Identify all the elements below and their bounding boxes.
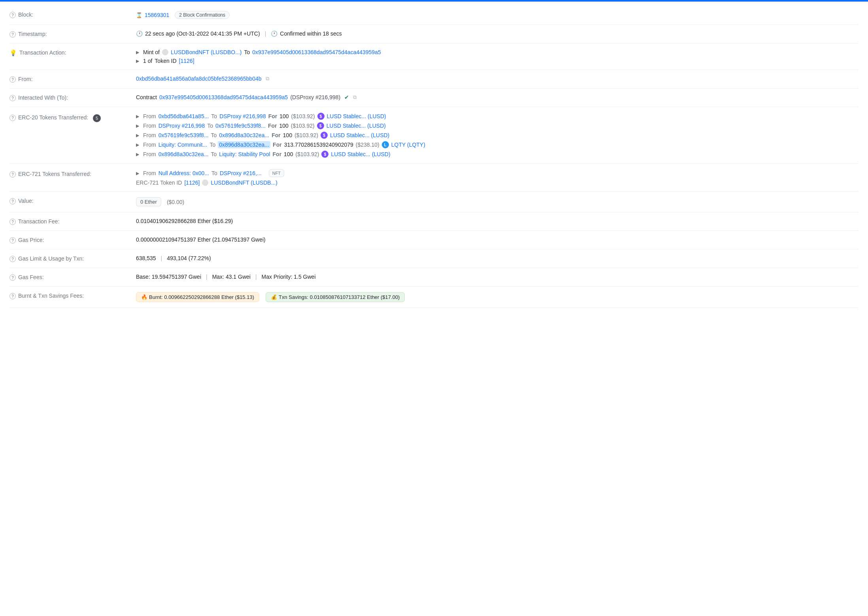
- txn-action-mint: Mint of: [143, 49, 160, 55]
- from-label-t1: From: [143, 113, 156, 119]
- from-help-icon[interactable]: ?: [9, 76, 16, 83]
- from-copy-icon[interactable]: ⧉: [266, 76, 269, 82]
- amount-t2: 100: [279, 123, 288, 129]
- block-number-link[interactable]: 15869301: [145, 12, 169, 18]
- gas-price-label: Gas Price:: [18, 237, 44, 243]
- erc721-value-col: ▶ From Null Address: 0x00... To DSProxy …: [136, 169, 859, 186]
- token-icon-wrapper: [162, 49, 168, 55]
- token-t1[interactable]: LUSD Stablec... (LUSD): [327, 113, 386, 119]
- gas-limit-row: ? Gas Limit & Usage by Txn: 638,535 | 49…: [9, 249, 859, 268]
- interacted-copy-icon[interactable]: ⧉: [353, 94, 357, 100]
- erc721-token-id[interactable]: [1126]: [184, 180, 200, 186]
- txn-action-to: To: [244, 49, 250, 55]
- from-addr-t3[interactable]: 0x57619fe9c539f8...: [159, 132, 209, 138]
- value-label-col: ? Value:: [9, 197, 136, 204]
- clock-icon: 🕐: [136, 30, 143, 37]
- burnt-label-col: ? Burnt & Txn Savings Fees:: [9, 292, 136, 299]
- gas-price-help-icon[interactable]: ?: [9, 237, 16, 244]
- to-label-t1: To: [211, 113, 217, 119]
- savings-value: Txn Savings: 0.010850876107133712 Ether …: [279, 294, 400, 300]
- to-addr-t1[interactable]: DSProxy #216,998: [219, 113, 266, 119]
- gas-fees-label-col: ? Gas Fees:: [9, 274, 136, 281]
- erc20-transfer-4: ▶ From Liquity: Communit... To 0x896d8a3…: [136, 141, 859, 148]
- arrow-t2: ▶: [136, 123, 139, 128]
- token-t4[interactable]: LQTY (LQTY): [391, 142, 425, 148]
- erc721-token-link[interactable]: LUSDBondNFT (LUSDB...): [211, 180, 277, 186]
- from-addr-t5[interactable]: 0x896d8a30c32ea...: [159, 151, 209, 157]
- for-label-t4: For: [273, 142, 282, 148]
- interacted-help-icon[interactable]: ?: [9, 95, 16, 101]
- txn-fee-value: 0.010401906292866288 Ether ($16.29): [136, 218, 859, 224]
- usd-t2: ($103.92): [291, 123, 315, 129]
- block-help-icon[interactable]: ?: [9, 12, 16, 18]
- from-label-t4: From: [143, 142, 156, 148]
- value-row: ? Value: 0 Ether ($0.00): [9, 192, 859, 212]
- to-label-t5: To: [211, 151, 217, 157]
- amount-t3: 100: [283, 132, 292, 138]
- nft-badge: NFT: [269, 169, 284, 177]
- lusd-icon-t3: $: [321, 132, 328, 139]
- usd-t4: ($238.10): [356, 142, 379, 148]
- burnt-badge: 🔥 Burnt: 0.009662250292866288 Ether ($15…: [136, 292, 259, 302]
- txn-action-token-link[interactable]: LUSDBondNFT (LUSDBO...): [171, 49, 242, 55]
- lightning-icon: 💡: [9, 49, 17, 57]
- burnt-value-col: 🔥 Burnt: 0.009662250292866288 Ether ($15…: [136, 292, 859, 302]
- erc20-row: ? ERC-20 Tokens Transferred: 5 ▶ From 0x…: [9, 107, 859, 164]
- ether-value-badge: 0 Ether: [136, 197, 161, 206]
- token-t3[interactable]: LUSD Stablec... (LUSD): [330, 132, 389, 138]
- gas-fees-sep1: |: [206, 274, 208, 280]
- usd-t1: ($103.92): [291, 113, 315, 119]
- arrow-t4: ▶: [136, 142, 139, 147]
- erc721-label: ERC-721 Tokens Transferred:: [18, 171, 91, 177]
- txn-action-to-addr-link[interactable]: 0x937e995405d00613368dad95475d4aca443959…: [252, 49, 381, 55]
- block-label-col: ? Block:: [9, 11, 136, 18]
- gas-limit-help-icon[interactable]: ?: [9, 256, 16, 262]
- fire-icon: 🔥: [141, 294, 147, 300]
- erc20-label: ERC-20 Tokens Transferred:: [18, 114, 88, 121]
- token-t2[interactable]: LUSD Stablec... (LUSD): [326, 123, 386, 129]
- txn-fee-help-icon[interactable]: ?: [9, 219, 16, 225]
- from-addr-t2[interactable]: DSProxy #216,998: [159, 123, 205, 129]
- erc721-to-label: To: [211, 170, 217, 176]
- usd-t3: ($103.92): [294, 132, 318, 138]
- gas-fees-help-icon[interactable]: ?: [9, 274, 16, 281]
- from-label-t2: From: [143, 123, 156, 129]
- txn-action-token-id-link[interactable]: [1126]: [179, 58, 194, 64]
- arrow-t3: ▶: [136, 133, 139, 138]
- verified-icon: ✔: [344, 94, 349, 100]
- interacted-value-col: Contract 0x937e995405d00613368dad95475d4…: [136, 94, 859, 100]
- from-address-link[interactable]: 0xbd56dba641a856a0afa8dc05bfe52368965bb0…: [136, 76, 262, 82]
- txn-action-mint-row: ▶ Mint of LUSDBondNFT (LUSDBO...) To 0x9…: [136, 49, 859, 55]
- amount-t4: 313.7702861539240902079: [284, 142, 353, 148]
- erc20-count-badge: 5: [93, 114, 101, 122]
- value-help-icon[interactable]: ?: [9, 198, 16, 204]
- gas-limit-label: Gas Limit & Usage by Txn:: [18, 255, 84, 262]
- erc721-from-addr[interactable]: Null Address: 0x00...: [159, 170, 209, 176]
- timestamp-help-icon[interactable]: ?: [9, 31, 16, 38]
- to-addr-t5[interactable]: Liquity: Stability Pool: [219, 151, 270, 157]
- to-addr-t4[interactable]: 0x896d8a30c32ea...: [218, 141, 270, 148]
- to-addr-t3[interactable]: 0x896d8a30c32ea...: [219, 132, 269, 138]
- erc20-transfer-1: ▶ From 0xbd56dba641a85... To DSProxy #21…: [136, 113, 859, 120]
- burnt-label: Burnt & Txn Savings Fees:: [18, 293, 84, 299]
- burnt-help-icon[interactable]: ?: [9, 293, 16, 299]
- to-addr-t2[interactable]: 0x57619fe9c539f8...: [215, 123, 266, 129]
- txn-action-row: 💡 Transaction Action: ▶ Mint of LUSDBond…: [9, 43, 859, 70]
- erc20-help-icon[interactable]: ?: [9, 115, 16, 121]
- from-addr-t1[interactable]: 0xbd56dba641a85...: [159, 113, 209, 119]
- erc20-transfer-2: ▶ From DSProxy #216,998 To 0x57619fe9c53…: [136, 122, 859, 129]
- gas-separator: |: [161, 255, 162, 261]
- gas-price-row: ? Gas Price: 0.000000021094751397 Ether …: [9, 231, 859, 249]
- erc721-token-circle-icon: [202, 180, 208, 186]
- erc721-tokenid-row: ERC-721 Token ID [1126] LUSDBondNFT (LUS…: [136, 180, 859, 186]
- for-label-t2: For: [268, 123, 277, 129]
- block-label: Block:: [18, 11, 33, 18]
- lusd-icon-t1: $: [317, 113, 325, 120]
- token-t5[interactable]: LUSD Stablec... (LUSD): [331, 151, 390, 157]
- erc721-to-addr[interactable]: DSProxy #216,...: [220, 170, 262, 176]
- erc721-help-icon[interactable]: ?: [9, 171, 16, 178]
- from-addr-t4[interactable]: Liquity: Communit...: [159, 142, 208, 148]
- from-label-t3: From: [143, 132, 156, 138]
- interacted-address-link[interactable]: 0x937e995405d00613368dad95475d4aca443959…: [159, 94, 288, 100]
- erc721-row: ? ERC-721 Tokens Transferred: ▶ From Nul…: [9, 164, 859, 192]
